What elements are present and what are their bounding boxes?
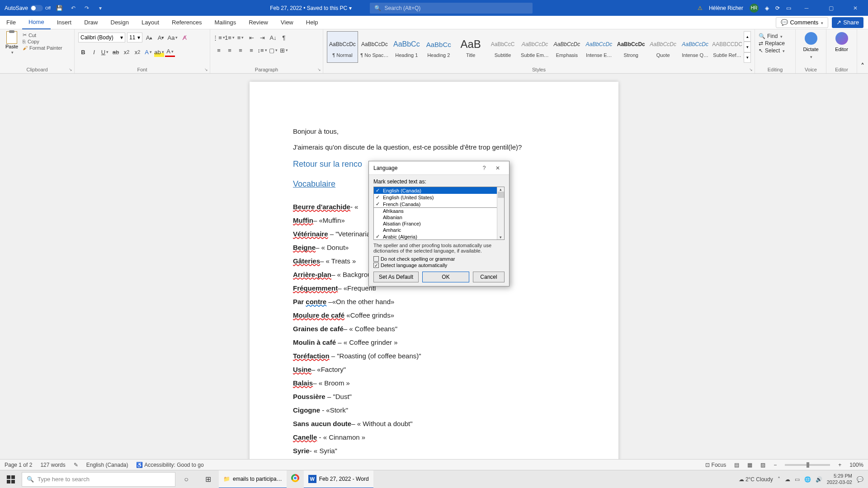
detect-checkbox[interactable]: ✓ Detect language automatically	[373, 263, 505, 268]
taskbar-app-folder[interactable]: 📁emails to participa…	[219, 470, 287, 488]
highlight-button[interactable]: ab	[154, 47, 164, 57]
tab-design[interactable]: Design	[104, 16, 135, 29]
share-button[interactable]: ↗ Share	[832, 17, 863, 28]
paste-button[interactable]: Paste	[4, 31, 20, 63]
search-input[interactable]: 🔍 Search (Alt+Q)	[370, 3, 533, 14]
clock[interactable]: 5:29 PM 2022-03-02	[827, 473, 852, 485]
task-view-button[interactable]: ⊞	[197, 470, 219, 488]
meet-now-icon[interactable]: ▭	[795, 476, 800, 483]
qat-customize-icon[interactable]: ▾	[96, 4, 105, 13]
replace-button[interactable]: ⇄Replace	[759, 40, 792, 47]
decrease-indent-button[interactable]: ⇤	[246, 33, 256, 42]
onedrive-icon[interactable]: ☁	[785, 476, 790, 483]
tab-review[interactable]: Review	[242, 16, 274, 29]
strikethrough-button[interactable]: ab	[111, 47, 121, 57]
expand-icon[interactable]: ↘	[69, 67, 72, 72]
multilevel-button[interactable]: ≡	[236, 33, 245, 42]
style-intense-q-[interactable]: AaBbCcDcIntense Q…	[679, 31, 711, 63]
set-default-button[interactable]: Set As Default	[373, 272, 419, 282]
increase-indent-button[interactable]: ⇥	[257, 33, 267, 42]
tab-help[interactable]: Help	[300, 16, 325, 29]
network-icon[interactable]: 🌐	[804, 476, 811, 483]
style-subtle-ref-[interactable]: AABBCCDCSubtle Ref…	[712, 31, 743, 63]
grow-font-button[interactable]: A▴	[144, 33, 154, 42]
language-option[interactable]: Afrikaans	[374, 208, 497, 214]
taskbar-search[interactable]: 🔍 Type here to search	[22, 472, 175, 487]
dialog-help-button[interactable]: ?	[477, 165, 491, 171]
copy-button[interactable]: ⎘Copy	[23, 39, 62, 44]
save-icon[interactable]: 💾	[55, 4, 64, 13]
scroll-down-icon[interactable]: ▾	[500, 235, 502, 239]
expand-icon[interactable]: ↘	[749, 67, 753, 72]
sort-button[interactable]: A↓	[268, 33, 278, 42]
font-color-button[interactable]: A	[165, 47, 175, 57]
volume-icon[interactable]: 🔊	[816, 476, 822, 483]
underline-button[interactable]: U	[100, 47, 110, 57]
borders-button[interactable]: ⊞	[279, 45, 289, 55]
styles-down-button[interactable]: ▾	[744, 42, 751, 52]
scroll-up-icon[interactable]: ▴	[500, 187, 502, 192]
tab-insert[interactable]: Insert	[51, 16, 78, 29]
line-spacing-button[interactable]: ↕≡	[257, 45, 267, 55]
language-listbox[interactable]: ✓English (Canada)✓English (United States…	[373, 187, 505, 240]
style-subtitle[interactable]: AaBbCcCSubtitle	[487, 31, 519, 63]
styles-expand-button[interactable]: ▾	[744, 52, 751, 63]
cortana-button[interactable]: ○	[175, 470, 197, 488]
editor-icon[interactable]	[835, 32, 848, 45]
focus-mode-button[interactable]: ⊡ Focus	[705, 462, 726, 468]
language-option[interactable]: Alsatian (France)	[374, 221, 497, 227]
superscript-button[interactable]: x2	[132, 47, 142, 57]
expand-icon[interactable]: ↘	[204, 67, 208, 72]
user-avatar[interactable]: HR	[750, 4, 759, 13]
tab-layout[interactable]: Layout	[135, 16, 165, 29]
select-button[interactable]: ↖Select	[759, 47, 792, 54]
tab-mailings[interactable]: Mailings	[208, 16, 243, 29]
ribbon-mode-icon[interactable]: ▭	[786, 5, 791, 11]
styles-up-button[interactable]: ▴	[744, 31, 751, 42]
tab-draw[interactable]: Draw	[78, 16, 104, 29]
pending-icon[interactable]: ⟳	[775, 5, 780, 11]
weather-widget[interactable]: ☁ 2°C Cloudy	[739, 476, 773, 483]
font-family-select[interactable]: Calibri (Body)▾	[78, 33, 125, 42]
word-count[interactable]: 127 words	[40, 462, 65, 468]
start-button[interactable]	[0, 470, 22, 488]
microphone-icon[interactable]	[805, 32, 817, 45]
style---normal[interactable]: AaBbCcDc¶ Normal	[327, 31, 358, 63]
align-right-button[interactable]: ≡	[236, 45, 245, 55]
format-painter-button[interactable]: 🖌Format Painter	[23, 45, 62, 51]
justify-button[interactable]: ≡	[246, 45, 256, 55]
style-subtle-em-[interactable]: AaBbCcDcSubtle Em…	[519, 31, 551, 63]
document-title[interactable]: Feb 27, 2022 • Saved to this PC ▾	[270, 5, 351, 11]
clear-format-button[interactable]: A̸	[179, 33, 189, 42]
language-status[interactable]: English (Canada)	[86, 462, 128, 468]
taskbar-app-chrome[interactable]	[287, 470, 304, 488]
change-case-button[interactable]: Aa	[168, 33, 178, 42]
redo-icon[interactable]: ↷	[82, 4, 91, 13]
tab-file[interactable]: File	[0, 16, 22, 29]
align-left-button[interactable]: ≡	[214, 45, 224, 55]
read-mode-button[interactable]: ▤	[734, 462, 739, 468]
language-option[interactable]: Amharic	[374, 227, 497, 233]
print-layout-button[interactable]: ▦	[747, 462, 752, 468]
autosave-toggle[interactable]: AutoSave Off	[5, 5, 51, 11]
scroll-thumb[interactable]	[498, 192, 504, 198]
zoom-out-button[interactable]: −	[774, 462, 777, 468]
tab-references[interactable]: References	[165, 16, 208, 29]
zoom-slider[interactable]	[785, 464, 830, 466]
user-name[interactable]: Hélène Richer	[709, 5, 743, 11]
tab-home[interactable]: Home	[22, 16, 51, 29]
style-heading-1[interactable]: AaBbCcHeading 1	[391, 31, 422, 63]
tab-view[interactable]: View	[274, 16, 300, 29]
numbering-button[interactable]: 1≡	[225, 33, 235, 42]
style-emphasis[interactable]: AaBbCcDcEmphasis	[551, 31, 582, 63]
zoom-level[interactable]: 100%	[849, 462, 863, 468]
spellcheck-icon[interactable]: ✎	[74, 462, 78, 468]
style-heading-2[interactable]: AaBbCcHeading 2	[423, 31, 454, 63]
style---no-spac-[interactable]: AaBbCcDc¶ No Spac…	[359, 31, 390, 63]
style-strong[interactable]: AaBbCcDcStrong	[615, 31, 646, 63]
language-option[interactable]: ✓French (Canada)	[374, 201, 497, 207]
taskbar-app-word[interactable]: WFeb 27, 2022 - Word	[304, 470, 373, 488]
subscript-button[interactable]: x2	[122, 47, 132, 57]
warning-icon[interactable]: ⚠	[698, 5, 703, 11]
font-size-select[interactable]: 11▾	[127, 33, 142, 42]
